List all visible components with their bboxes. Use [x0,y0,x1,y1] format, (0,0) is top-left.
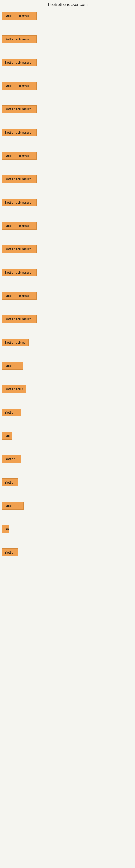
bottleneck-row: Bottleneck result [0,56,135,79]
bottleneck-result-badge[interactable]: Bottlenec [2,502,24,510]
bottleneck-result-badge[interactable]: Bottleneck result [2,175,37,183]
bottleneck-list: Bottleneck resultBottleneck resultBottle… [0,8,135,570]
bottleneck-row: Bottleneck result [0,243,135,266]
bottleneck-result-badge[interactable]: Bottleneck result [2,198,37,207]
bottleneck-row: Bottlene [0,359,135,382]
bottleneck-row: Bottleneck result [0,289,135,312]
bottleneck-result-badge[interactable]: Bottleneck result [2,35,37,43]
bottleneck-row: Bottleneck result [0,126,135,149]
bottleneck-result-badge[interactable]: Bottleneck re [2,339,29,346]
bottleneck-row: Bottle [0,546,135,569]
bottleneck-result-badge[interactable]: Bottleneck r [2,385,26,393]
bottleneck-row: Bottlenec [0,499,135,522]
bottleneck-result-badge[interactable]: Bottleneck result [2,152,37,160]
bottleneck-result-badge[interactable]: Bottleneck result [2,59,37,66]
bottleneck-result-badge[interactable]: Bottleneck result [2,82,37,90]
bottleneck-result-badge[interactable]: Bottleneck result [2,12,37,20]
bottleneck-result-badge[interactable]: Bottlen [2,455,21,463]
bottleneck-row: Bottlen [0,406,135,429]
bottleneck-row: Bottleneck result [0,312,135,336]
bottleneck-row: Bottleneck result [0,266,135,289]
bottleneck-result-badge[interactable]: Bot [2,432,12,440]
bottleneck-row: Bot [0,429,135,453]
bottleneck-row: Bottleneck result [0,219,135,243]
bottleneck-result-badge[interactable]: Bo [2,525,9,533]
bottleneck-row: Bottleneck r [0,382,135,406]
bottleneck-result-badge[interactable]: Bottleneck result [2,292,37,300]
bottleneck-row: Bottlen [0,453,135,476]
bottleneck-row: Bottleneck result [0,79,135,102]
bottleneck-result-badge[interactable]: Bottlene [2,362,23,370]
bottleneck-result-badge[interactable]: Bottleneck result [2,129,37,136]
bottleneck-result-badge[interactable]: Bottleneck result [2,315,37,323]
bottleneck-result-badge[interactable]: Bottleneck result [2,105,37,113]
page-wrapper: TheBottlenecker.com Bottleneck resultBot… [0,0,135,570]
bottleneck-row: Bottleneck re [0,336,135,359]
bottleneck-row: Bottle [0,476,135,499]
bottleneck-row: Bottleneck result [0,9,135,33]
bottleneck-result-badge[interactable]: Bottlen [2,408,21,416]
bottleneck-row: Bottleneck result [0,196,135,219]
bottleneck-row: Bo [0,522,135,546]
bottleneck-row: Bottleneck result [0,173,135,196]
bottleneck-result-badge[interactable]: Bottleneck result [2,269,37,276]
bottleneck-result-badge[interactable]: Bottle [2,478,18,486]
bottleneck-result-badge[interactable]: Bottleneck result [2,245,37,253]
bottleneck-result-badge[interactable]: Bottleneck result [2,222,37,230]
site-title: TheBottlenecker.com [0,0,135,8]
bottleneck-result-badge[interactable]: Bottle [2,549,18,556]
bottleneck-row: Bottleneck result [0,149,135,173]
bottleneck-row: Bottleneck result [0,102,135,126]
bottleneck-row: Bottleneck result [0,33,135,56]
